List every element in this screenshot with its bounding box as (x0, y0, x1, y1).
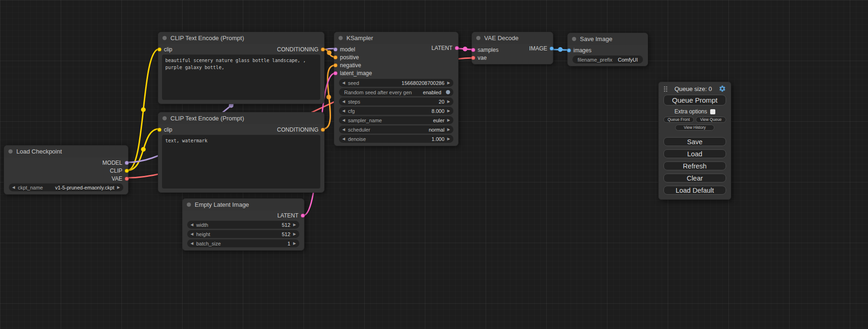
arrow-left-icon[interactable]: ◀ (12, 186, 15, 189)
widget-sampler-name[interactable]: ◀ sampler_name euler ▶ (339, 116, 453, 124)
arrow-left-icon[interactable]: ◀ (342, 100, 345, 104)
arrow-left-icon[interactable]: ◀ (342, 81, 345, 85)
widget-label: sampler_name (348, 118, 382, 123)
collapse-dot[interactable] (572, 37, 576, 41)
node-clip-text-encode-positive[interactable]: CLIP Text Encode (Prompt) clip CONDITION… (158, 32, 325, 104)
load-default-button[interactable]: Load Default (663, 186, 726, 195)
collapse-dot[interactable] (476, 36, 480, 40)
node-titlebar[interactable]: CLIP Text Encode (Prompt) (158, 32, 324, 44)
output-dot-conditioning[interactable] (321, 127, 325, 132)
arrow-right-icon[interactable]: ▶ (293, 232, 296, 236)
arrow-left-icon[interactable]: ◀ (342, 128, 345, 132)
arrow-right-icon[interactable]: ▶ (447, 119, 450, 122)
output-dot-clip[interactable] (125, 168, 129, 173)
arrow-left-icon[interactable]: ◀ (342, 137, 345, 141)
node-titlebar[interactable]: Empty Latent Image (183, 199, 304, 210)
input-dot-negative[interactable] (333, 63, 338, 67)
node-title: Save Image (580, 35, 612, 42)
collapse-dot[interactable] (187, 203, 191, 207)
input-dot-clip[interactable] (157, 47, 162, 51)
output-dot-model[interactable] (125, 161, 129, 165)
slot-label: LATENT (277, 212, 298, 219)
input-slot-latent-image: latent_image (334, 69, 458, 77)
input-dot-latent-image[interactable] (333, 71, 338, 75)
slot-label: positive (340, 54, 359, 61)
arrow-left-icon[interactable]: ◀ (342, 109, 345, 113)
widget-label: cfg (348, 108, 355, 114)
clear-button[interactable]: Clear (663, 174, 726, 182)
output-dot-image[interactable] (550, 46, 554, 50)
widget-steps[interactable]: ◀ steps 20 ▶ (339, 98, 453, 105)
input-dot-clip[interactable] (157, 127, 162, 132)
queue-front-button[interactable]: Queue Front (663, 117, 694, 123)
input-dot-positive[interactable] (333, 55, 338, 59)
output-dot-conditioning[interactable] (321, 47, 325, 51)
widget-denoise[interactable]: ◀ denoise 1.000 ▶ (339, 135, 453, 143)
arrow-left-icon[interactable]: ◀ (191, 242, 193, 245)
output-dot-latent[interactable] (455, 46, 459, 50)
widget-height[interactable]: ◀ height 512 ▶ (187, 230, 299, 238)
view-history-button[interactable]: View History (675, 125, 714, 131)
slot-label: samples (478, 47, 499, 53)
input-dot-vae[interactable] (471, 56, 475, 60)
arrow-right-icon[interactable]: ▶ (447, 128, 450, 132)
arrow-left-icon[interactable]: ◀ (191, 223, 193, 227)
widget-label: ckpt_name (18, 185, 43, 190)
widget-filename-prefix[interactable]: filename_prefix ComfyUI (572, 56, 643, 63)
toggle-dot[interactable] (446, 90, 450, 94)
node-titlebar[interactable]: VAE Decode (472, 32, 553, 44)
input-dot-model[interactable] (333, 47, 338, 51)
collapse-dot[interactable] (162, 36, 167, 40)
node-clip-text-encode-negative[interactable]: CLIP Text Encode (Prompt) clip CONDITION… (158, 112, 325, 193)
queue-prompt-button[interactable]: Queue Prompt (663, 95, 726, 105)
arrow-right-icon[interactable]: ▶ (447, 137, 450, 141)
save-button[interactable]: Save (663, 137, 726, 146)
widget-ckpt-name[interactable]: ◀ ckpt_name v1-5-pruned-emaonly.ckpt ▶ (9, 183, 123, 191)
positive-prompt-textarea[interactable]: beautiful scenery nature glass bottle la… (162, 55, 320, 100)
extra-options-checkbox[interactable] (710, 109, 715, 114)
widget-scheduler[interactable]: ◀ scheduler normal ▶ (339, 126, 453, 133)
drag-handle-icon[interactable] (663, 86, 668, 92)
widget-value: 8.000 (431, 108, 445, 114)
collapse-dot[interactable] (339, 36, 343, 40)
widget-control-after-generate[interactable]: Random seed after every gen enabled (339, 88, 453, 96)
input-dot-samples[interactable] (471, 48, 475, 52)
node-title: KSampler (346, 35, 373, 42)
view-queue-button[interactable]: View Queue (696, 117, 726, 123)
collapse-dot[interactable] (162, 116, 167, 120)
node-save-image[interactable]: Save Image images filename_prefix ComfyU… (567, 33, 648, 66)
node-titlebar[interactable]: KSampler (334, 32, 458, 44)
node-load-checkpoint[interactable]: Load Checkpoint MODEL CLIP VAE ◀ ckpt_na… (4, 145, 128, 195)
comfy-menu-panel[interactable]: Queue size: 0 Queue Prompt Extra options… (658, 82, 731, 200)
node-ksampler[interactable]: KSampler model positive negative latent_… (334, 32, 459, 146)
node-graph-canvas[interactable]: Load Checkpoint MODEL CLIP VAE ◀ ckpt_na… (0, 0, 868, 329)
settings-gear-icon[interactable] (719, 85, 726, 92)
node-titlebar[interactable]: CLIP Text Encode (Prompt) (158, 112, 324, 124)
node-titlebar[interactable]: Load Checkpoint (4, 146, 128, 157)
node-vae-decode[interactable]: VAE Decode samples vae IMAGE (472, 32, 553, 64)
widget-cfg[interactable]: ◀ cfg 8.000 ▶ (339, 107, 453, 115)
widget-width[interactable]: ◀ width 512 ▶ (187, 221, 299, 229)
output-dot-vae[interactable] (125, 176, 129, 181)
queue-size-label: Queue size: 0 (668, 85, 719, 92)
node-empty-latent-image[interactable]: Empty Latent Image LATENT ◀ width 512 ▶ … (182, 198, 304, 251)
arrow-right-icon[interactable]: ▶ (117, 186, 120, 189)
arrow-right-icon[interactable]: ▶ (447, 109, 450, 113)
arrow-right-icon[interactable]: ▶ (447, 100, 450, 104)
arrow-right-icon[interactable]: ▶ (293, 242, 296, 245)
node-titlebar[interactable]: Save Image (568, 33, 648, 45)
arrow-left-icon[interactable]: ◀ (191, 232, 193, 236)
input-dot-images[interactable] (567, 48, 571, 52)
widget-seed[interactable]: ◀ seed 156680208700286 ▶ (339, 79, 453, 87)
output-dot-latent[interactable] (301, 213, 305, 217)
negative-prompt-textarea[interactable]: text, watermark (162, 135, 320, 189)
arrow-left-icon[interactable]: ◀ (342, 119, 345, 122)
load-button[interactable]: Load (663, 149, 726, 158)
arrow-right-icon[interactable]: ▶ (293, 223, 296, 227)
arrow-right-icon[interactable]: ▶ (447, 81, 450, 85)
refresh-button[interactable]: Refresh (663, 161, 726, 170)
slot-label: clip (164, 46, 172, 53)
widget-batch-size[interactable]: ◀ batch_size 1 ▶ (187, 239, 299, 247)
collapse-dot[interactable] (8, 149, 13, 154)
slot-label: latent_image (340, 70, 372, 77)
